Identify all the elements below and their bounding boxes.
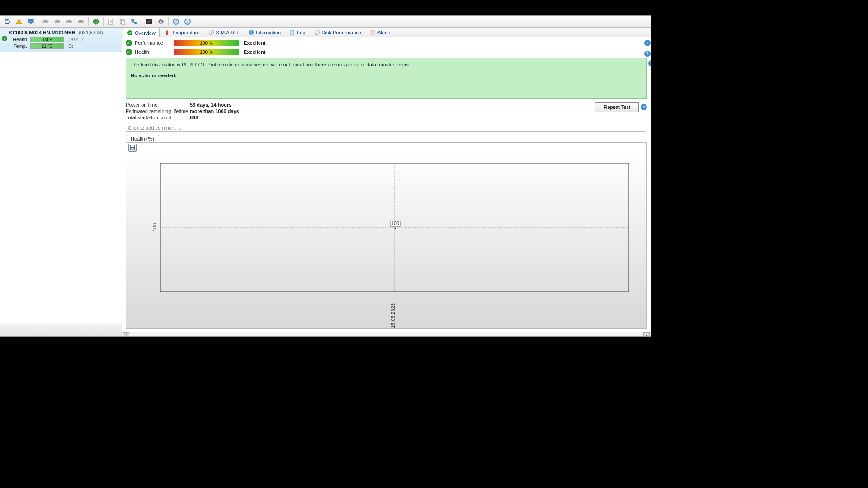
svg-text:100: 100 xyxy=(391,221,399,226)
performance-result: Excellent xyxy=(244,40,265,46)
tab-disk-performance[interactable]: Disk Performance xyxy=(310,28,365,37)
svg-text:100: 100 xyxy=(152,223,157,231)
svg-rect-1 xyxy=(19,23,19,23)
repeat-test-button[interactable]: Repeat Test xyxy=(595,102,639,112)
health-chart: 100 15.05.2023 100 xyxy=(126,153,645,329)
gear-icon[interactable] xyxy=(156,17,166,27)
svg-point-26 xyxy=(166,33,168,35)
status-ok-icon xyxy=(2,36,7,41)
disk-icon-3[interactable] xyxy=(64,17,75,27)
help-button[interactable]: ? xyxy=(644,40,651,46)
main-toolbar: ? i xyxy=(0,16,651,28)
svg-text:15.05.2023: 15.05.2023 xyxy=(390,303,396,328)
disk-icon-1[interactable] xyxy=(40,17,51,27)
chart-toolbar xyxy=(126,142,647,153)
svg-text:?: ? xyxy=(175,19,178,24)
refresh-icon[interactable] xyxy=(2,17,13,27)
temp-bar: 21 °C xyxy=(30,43,64,49)
info-icon[interactable]: i xyxy=(182,17,193,27)
chart-area: 100 15.05.2023 100 xyxy=(126,153,647,329)
comment-input[interactable] xyxy=(126,124,646,132)
copy-icon[interactable] xyxy=(117,17,128,27)
metric-performance: Performance: 100 % Excellent ? xyxy=(126,40,647,46)
svg-point-11 xyxy=(80,21,81,22)
overview-body: Performance: 100 % Excellent ? Health: 1… xyxy=(122,37,651,332)
scroll-track[interactable] xyxy=(130,332,642,336)
health-bar: 100 % xyxy=(30,37,64,42)
scroll-right-button[interactable]: › xyxy=(643,332,650,336)
svg-point-5 xyxy=(45,21,46,22)
status-text: The hard disk status is PERFECT. Problem… xyxy=(131,62,410,67)
warning-icon[interactable] xyxy=(14,17,24,27)
health-label: Health: xyxy=(135,49,174,55)
svg-point-24 xyxy=(127,30,132,35)
tab-bar: Overview Temperature S.M.A.R.T. i Inform… xyxy=(122,28,651,37)
lifetime-value: more than 1000 days xyxy=(190,108,239,114)
disk-icon-2[interactable] xyxy=(52,17,63,27)
power-on-value: 56 days, 14 hours xyxy=(190,102,231,108)
status-action: No actions needed. xyxy=(131,73,642,78)
globe-icon[interactable] xyxy=(90,17,101,27)
check-icon xyxy=(126,49,132,55)
power-on-label: Power on time: xyxy=(126,102,190,108)
chart-tab-health[interactable]: Health (%) xyxy=(126,135,159,142)
metric-health: Health: 100 % Excellent ? xyxy=(126,49,647,55)
disk-entry[interactable]: ST1000LM024 HN-M101MBB (931,5 GB) Health… xyxy=(0,28,122,52)
svg-point-43 xyxy=(395,228,396,229)
gauge-icon xyxy=(314,29,320,35)
alerts-icon xyxy=(370,29,376,35)
svg-rect-16 xyxy=(132,19,134,21)
health-label: Health: xyxy=(9,37,28,42)
svg-rect-34 xyxy=(131,145,134,147)
network-icon[interactable] xyxy=(129,17,140,27)
temp-label: Temp.: xyxy=(9,43,28,49)
svg-rect-0 xyxy=(19,21,19,23)
log-icon xyxy=(289,29,295,35)
performance-gauge: 100 % xyxy=(174,40,239,46)
tab-temperature[interactable]: Temperature xyxy=(160,28,204,37)
disk-size: (931,5 GB) xyxy=(79,30,103,35)
horizontal-scrollbar[interactable]: ‹ › xyxy=(122,332,651,336)
disk-model: ST1000LM024 HN-M101MBB xyxy=(9,30,75,35)
svg-rect-15 xyxy=(122,20,125,24)
health-result: Excellent xyxy=(244,49,265,55)
svg-rect-13 xyxy=(109,19,113,24)
tab-alerts[interactable]: Alerts xyxy=(366,28,394,37)
stats-grid: Power on time: 56 days, 14 hours Estimat… xyxy=(126,102,595,121)
svg-rect-18 xyxy=(146,19,152,24)
tab-smart[interactable]: S.M.A.R.T. xyxy=(204,28,244,37)
save-chart-icon[interactable] xyxy=(128,144,137,152)
tab-overview[interactable]: Overview xyxy=(123,28,160,37)
svg-text:i: i xyxy=(250,29,252,35)
svg-rect-3 xyxy=(30,23,32,24)
disk-icon-4[interactable] xyxy=(75,17,86,27)
performance-label: Performance: xyxy=(135,40,174,46)
help-button[interactable]: ? xyxy=(641,104,647,110)
chart-icon[interactable] xyxy=(144,17,155,27)
help-icon[interactable]: ? xyxy=(170,17,181,27)
startstop-value: 868 xyxy=(190,115,198,120)
tab-log[interactable]: Log xyxy=(285,28,309,37)
help-button[interactable]: ? xyxy=(644,51,651,57)
check-icon xyxy=(127,30,133,36)
check-icon xyxy=(126,40,132,46)
smart-icon xyxy=(208,29,214,35)
scroll-left-button[interactable]: ‹ xyxy=(123,332,129,336)
help-button[interactable]: ? xyxy=(648,60,651,66)
monitor-icon[interactable] xyxy=(25,17,36,27)
status-box: The hard disk status is PERFECT. Problem… xyxy=(126,58,647,99)
svg-rect-17 xyxy=(135,22,137,24)
startstop-label: Total start/stop count: xyxy=(126,115,190,120)
sidebar-spacer xyxy=(0,52,122,323)
sidebar-footer xyxy=(0,323,122,336)
sidebar: ST1000LM024 HN-M101MBB (931,5 GB) Health… xyxy=(0,28,122,336)
disk-number: Disk: 2 xyxy=(68,37,84,42)
drive-letter: D: xyxy=(68,43,73,49)
tab-information[interactable]: i Information xyxy=(244,28,285,37)
thermometer-icon xyxy=(164,29,170,35)
svg-rect-2 xyxy=(28,19,33,23)
svg-point-9 xyxy=(69,21,70,22)
content-pane: Overview Temperature S.M.A.R.T. i Inform… xyxy=(122,28,651,336)
svg-rect-35 xyxy=(131,148,134,150)
document-icon[interactable] xyxy=(105,17,116,27)
